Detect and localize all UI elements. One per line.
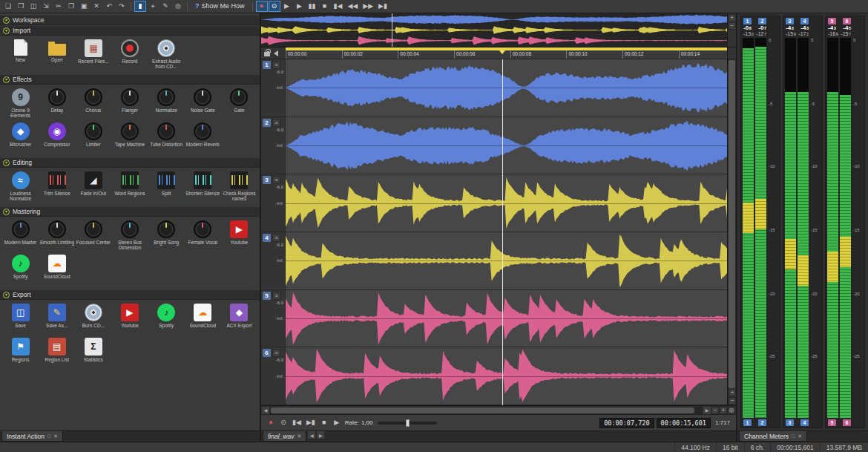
section-header-editing[interactable]: ▾Editing	[0, 158, 260, 168]
cut-button[interactable]: ✂	[53, 1, 65, 12]
action-flanger[interactable]: Flanger	[112, 87, 147, 119]
record-button[interactable]: ●	[265, 417, 277, 428]
go-to-start-button[interactable]: ▮◀	[332, 1, 345, 12]
action-delay[interactable]: Delay	[39, 87, 74, 119]
action-soundcloud[interactable]: ☁SoundCloud	[185, 302, 220, 335]
close-panel-icon[interactable]: ✕	[798, 433, 802, 439]
channel-2-waveform[interactable]	[286, 117, 727, 174]
action-tape-machine[interactable]: Tape Machine	[112, 121, 147, 154]
section-header-mastering[interactable]: ▾Mastering	[0, 207, 260, 217]
magnify-tool-button[interactable]: ⌖	[147, 1, 159, 12]
action-spotify[interactable]: ♪Spotify	[149, 302, 184, 335]
pause-button[interactable]: ▮▮	[306, 1, 318, 12]
vertical-zoom-out-button[interactable]: −	[729, 397, 736, 404]
action-smooth-limiting[interactable]: Smooth Limiting	[39, 219, 74, 252]
section-header-workspace[interactable]: ▾Workspace	[0, 16, 260, 25]
action-female-vocal[interactable]: Female Vocal	[185, 219, 220, 252]
playhead-marker[interactable]	[499, 50, 505, 54]
tab-close-icon[interactable]: ✕	[297, 433, 301, 439]
action-bitcrusher[interactable]: ◆Bitcrusher	[3, 121, 38, 154]
zoom-menu-button[interactable]: ◎	[728, 407, 735, 414]
action-modern-master[interactable]: Modern Master	[3, 219, 38, 252]
action-check-regions-names[interactable]: Check Regions names	[222, 170, 257, 203]
save-file-button[interactable]: ◫	[27, 1, 39, 12]
channel-5-waveform[interactable]	[286, 290, 727, 347]
action-noise-gate[interactable]: Noise Gate	[185, 87, 220, 119]
vertical-scrollbar[interactable]: + −	[727, 59, 736, 405]
stop-button[interactable]: ■	[318, 417, 330, 428]
channel-6-waveform[interactable]	[286, 347, 727, 404]
channel-3-waveform[interactable]	[286, 174, 727, 232]
section-header-import[interactable]: ▾Import	[0, 26, 260, 36]
action-youtube[interactable]: ▶Youtube	[112, 302, 147, 335]
scroll-left-button[interactable]: ◀	[262, 407, 269, 414]
copy-button[interactable]: ❐	[65, 1, 77, 12]
tab-instant-action[interactable]: Instant Action □ ✕	[1, 431, 63, 442]
play-button[interactable]: ▶	[331, 417, 343, 428]
play-button[interactable]: ▶	[294, 1, 306, 12]
channel-1-waveform[interactable]	[286, 59, 727, 117]
channel-5-menu-button[interactable]: ≡	[272, 292, 280, 300]
float-panel-icon[interactable]: □	[792, 433, 795, 439]
new-file-button[interactable]: ❏	[2, 1, 14, 12]
action-regions[interactable]: ⚑Regions	[3, 336, 38, 369]
go-to-end-button[interactable]: ▶▮	[304, 417, 318, 428]
forward-button[interactable]: ▶▶	[361, 1, 375, 12]
action-save[interactable]: ◫Save	[3, 302, 38, 335]
position-field[interactable]: 00:00:07,720	[599, 418, 654, 428]
overview-zoom-in-button[interactable]: +	[729, 14, 736, 22]
undo-button[interactable]: ↶	[103, 1, 115, 12]
zoom-in-button[interactable]: +	[720, 407, 727, 414]
overview-zoom-out-button[interactable]: −	[729, 22, 736, 30]
action-burn-cd[interactable]: Burn CD...	[76, 302, 111, 335]
tab-final-wav[interactable]: final_wav ✕	[263, 431, 306, 442]
pencil-tool-button[interactable]: ✎	[160, 1, 171, 12]
action-youtube[interactable]: ▶Youtube	[222, 219, 257, 252]
horizontal-scrollbar-thumb[interactable]	[271, 407, 694, 413]
action-new[interactable]: New	[3, 38, 38, 71]
loop-playback-button[interactable]: ⊙	[269, 1, 280, 12]
vertical-scrollbar-thumb[interactable]	[729, 60, 735, 388]
paste-button[interactable]: ▣	[78, 1, 90, 12]
action-recent-files[interactable]: ▦Recent Files...	[76, 38, 111, 71]
action-loudness-normalize[interactable]: ≈Loudness Normalize	[3, 170, 38, 203]
action-record[interactable]: Record	[112, 38, 147, 71]
speaker-icon[interactable]	[274, 50, 278, 56]
audio-overview[interactable]: + −	[261, 13, 736, 48]
action-trim-silence[interactable]: Trim Silence	[39, 170, 74, 203]
import-audio-button[interactable]: ⇲	[40, 1, 52, 12]
channel-4-menu-button[interactable]: ≡	[272, 234, 280, 242]
action-gate[interactable]: Gate	[222, 87, 257, 119]
channel-4-waveform[interactable]	[286, 232, 727, 289]
action-open[interactable]: Open	[39, 38, 74, 71]
section-header-export[interactable]: ▾Export	[0, 290, 260, 300]
open-file-button[interactable]: ❒	[15, 1, 27, 12]
redo-button[interactable]: ↷	[116, 1, 128, 12]
tab-channel-meters[interactable]: Channel Meters □ ✕	[739, 431, 807, 442]
action-bright-song[interactable]: Bright Song	[149, 219, 184, 252]
float-panel-icon[interactable]: □	[47, 433, 50, 439]
horizontal-scrollbar[interactable]	[270, 407, 703, 414]
action-save-as[interactable]: ✎Save As...	[39, 302, 74, 335]
action-shorten-silence[interactable]: Shorten Silence	[185, 170, 220, 203]
edit-tool-button[interactable]: ▮	[134, 1, 146, 12]
play-all-button[interactable]: ▶	[281, 1, 293, 12]
loop-region-bar[interactable]	[286, 48, 727, 50]
vertical-zoom-in-button[interactable]: +	[729, 389, 736, 396]
action-tube-distortion[interactable]: Tube Distortion	[149, 121, 184, 154]
action-word-regions[interactable]: Word Regions	[112, 170, 147, 203]
channel-2-menu-button[interactable]: ≡	[272, 119, 280, 127]
prev-tab-button[interactable]: ◀	[308, 431, 315, 439]
overview-waveform[interactable]	[261, 13, 727, 47]
rate-slider-thumb[interactable]	[406, 419, 410, 427]
rate-slider[interactable]	[378, 422, 437, 425]
channel-6-menu-button[interactable]: ≡	[272, 349, 280, 357]
zoom-tool-button[interactable]: ◎	[172, 1, 184, 12]
action-compressor[interactable]: ◉Compressor	[39, 121, 74, 154]
action-limiter[interactable]: Limiter	[76, 121, 111, 154]
next-tab-button[interactable]: ▶	[317, 431, 324, 439]
action-chorus[interactable]: Chorus	[76, 87, 111, 119]
close-panel-icon[interactable]: ✕	[53, 433, 58, 439]
action-spotify[interactable]: ♪Spotify	[3, 253, 38, 286]
record-button[interactable]: ●	[256, 1, 268, 12]
